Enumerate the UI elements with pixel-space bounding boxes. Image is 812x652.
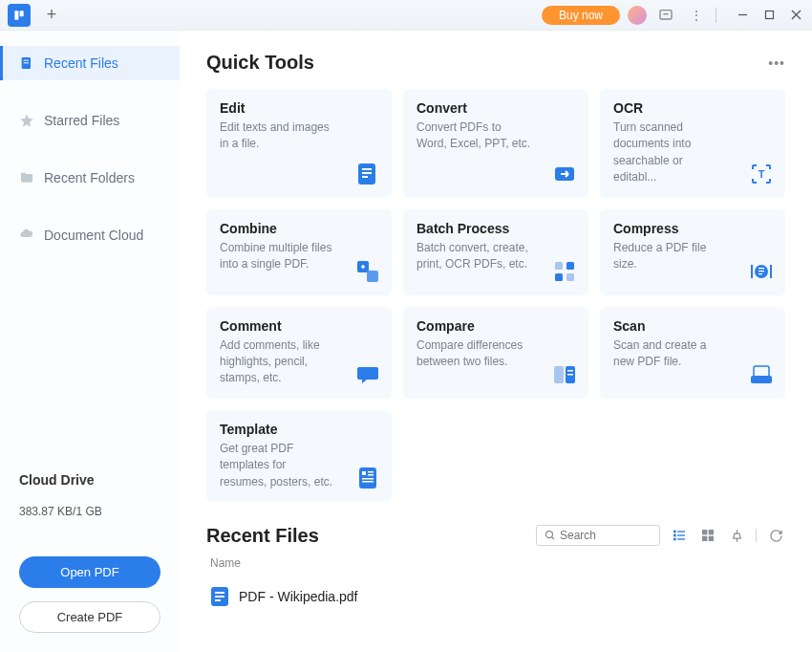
convert-icon [552,162,577,186]
svg-rect-50 [215,592,224,594]
search-input-wrap[interactable] [536,525,660,546]
svg-rect-46 [709,530,714,534]
edit-icon [355,162,380,186]
list-view-icon[interactable] [670,526,689,545]
svg-rect-43 [673,538,676,541]
close-button[interactable] [783,5,808,26]
tool-card-scan[interactable]: Scan Scan and create a new PDF file. [600,307,785,399]
tool-title: Convert [417,100,575,116]
svg-rect-17 [367,271,378,282]
tool-desc: Compare differences between two files. [417,337,531,371]
sidebar-item-starred-files[interactable]: Starred Files [0,103,180,138]
svg-text:T: T [759,168,765,180]
svg-rect-8 [24,60,29,61]
sidebar-item-recent-files[interactable]: Recent Files [0,46,180,80]
svg-rect-19 [566,262,574,270]
file-row[interactable]: PDF - Wikipedia.pdf [206,583,785,610]
tool-desc: Combine multiple files into a single PDF… [220,240,334,273]
tool-card-comment[interactable]: Comment Add comments, like highlights, p… [206,307,392,399]
tool-card-template[interactable]: Template Get great PDF templates for res… [206,410,392,502]
tool-card-batch-process[interactable]: Batch Process Batch convert, create, pri… [403,209,588,295]
tool-title: Batch Process [417,221,575,236]
svg-rect-42 [677,535,685,536]
svg-rect-18 [555,262,563,270]
svg-rect-26 [554,366,564,383]
tool-card-compress[interactable]: Compress Reduce a PDF file size. [600,209,785,295]
svg-rect-45 [702,530,707,534]
svg-rect-48 [709,536,714,541]
tool-desc: Turn scanned documents into searchable o… [613,120,728,186]
svg-rect-28 [567,370,573,372]
new-tab-button[interactable]: + [38,4,65,27]
pin-icon[interactable] [727,526,746,545]
cloud-icon [19,228,34,243]
minimize-button[interactable] [730,5,755,26]
maximize-button[interactable] [757,5,781,26]
cloud-drive-title: Cloud Drive [19,472,160,488]
tool-title: OCR [613,100,772,116]
comment-icon [355,362,380,387]
tools-grid: Edit Edit texts and images in a file. Co… [206,89,785,502]
tool-title: Compare [417,318,575,334]
open-pdf-button[interactable]: Open PDF [19,556,160,588]
svg-rect-34 [368,474,374,476]
svg-rect-4 [765,11,773,19]
svg-rect-2 [660,10,672,18]
sidebar-item-recent-folders[interactable]: Recent Folders [0,161,180,195]
tool-desc: Convert PDFs to Word, Excel, PPT, etc. [417,120,531,153]
tool-title: Edit [220,100,378,116]
quick-tools-title: Quick Tools [206,52,314,74]
search-input[interactable] [560,529,652,542]
grid-view-icon[interactable] [698,526,717,545]
tool-title: Comment [220,318,378,334]
file-name: PDF - Wikipedia.pdf [239,589,357,604]
tool-desc: Get great PDF templates for resumes, pos… [220,441,334,490]
tool-desc: Batch convert, create, print, OCR PDFs, … [417,240,531,273]
svg-rect-47 [702,536,707,541]
create-pdf-button[interactable]: Create PDF [19,601,160,633]
tool-card-combine[interactable]: Combine Combine multiple files into a si… [206,209,392,295]
svg-rect-36 [362,481,374,483]
sidebar-item-document-cloud[interactable]: Document Cloud [0,218,180,252]
tool-title: Scan [613,318,772,334]
tool-card-ocr[interactable]: OCR Turn scanned documents into searchab… [600,89,785,198]
svg-rect-12 [362,172,372,174]
tool-desc: Edit texts and images in a file. [220,120,334,153]
divider [716,8,716,23]
buy-now-button[interactable]: Buy now [542,6,620,25]
svg-rect-11 [362,168,372,170]
refresh-icon[interactable] [766,526,785,545]
menu-icon[interactable]: ⋮ [685,4,708,27]
svg-rect-0 [14,11,18,19]
more-icon[interactable]: ••• [768,55,785,71]
sidebar-item-label: Recent Folders [44,170,135,185]
tool-card-compare[interactable]: Compare Compare differences between two … [403,307,588,399]
tool-title: Combine [220,221,378,236]
svg-point-37 [546,532,553,538]
ocr-icon: T [749,162,774,186]
svg-rect-13 [362,176,368,178]
svg-rect-40 [677,532,685,532]
tool-card-convert[interactable]: Convert Convert PDFs to Word, Excel, PPT… [403,89,588,198]
svg-rect-24 [759,271,764,272]
sidebar-item-label: Starred Files [44,113,119,128]
svg-rect-41 [673,534,676,537]
svg-rect-52 [215,599,221,601]
svg-rect-23 [759,268,764,269]
svg-rect-30 [751,376,772,383]
search-icon [545,530,556,541]
pdf-file-icon [210,587,229,606]
compress-icon [749,259,774,284]
tool-card-edit[interactable]: Edit Edit texts and images in a file. [206,89,392,198]
svg-rect-9 [24,62,29,63]
avatar-icon[interactable] [628,6,647,25]
svg-rect-29 [567,374,573,376]
batch-icon [552,259,577,284]
star-icon [19,113,34,128]
svg-rect-21 [566,273,574,281]
tool-title: Compress [613,221,772,236]
feedback-icon[interactable] [654,4,677,27]
template-icon [355,466,380,490]
combine-icon [355,259,380,284]
svg-rect-33 [368,471,374,473]
